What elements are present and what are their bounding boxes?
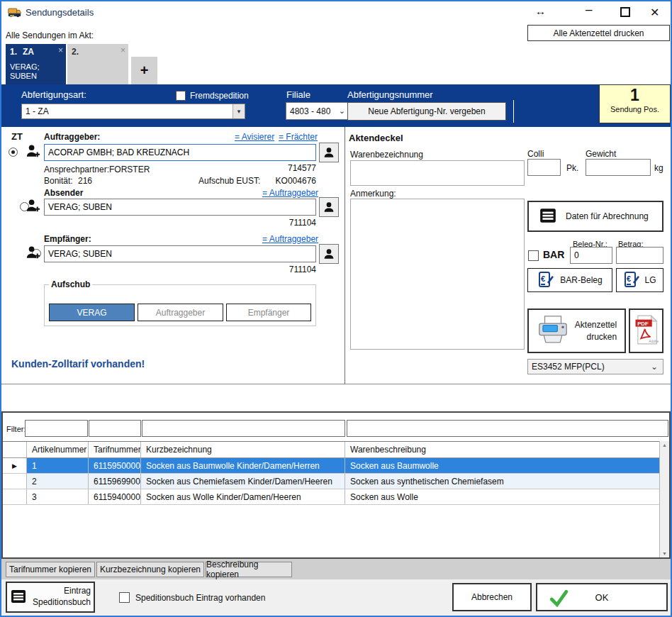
aufschub-eust-value: KO004676 (274, 176, 316, 186)
neue-abfertigung-button[interactable]: Neue Abfertigung-Nr. vergeben (347, 102, 506, 121)
sendung-pos-box: 1 Sendung Pos. (599, 84, 671, 123)
sendung-pos-count: 1 (600, 86, 670, 105)
filter-input-artikelnummer[interactable] (25, 420, 88, 437)
abfertigungsart-select[interactable]: 1 - ZA ▾ (21, 104, 245, 119)
empfaenger-label: Empfänger: (44, 234, 91, 244)
filter-input-warenbeschreibung[interactable] (347, 420, 668, 437)
tab1-line3: SUBEN (10, 72, 37, 80)
abbrechen-label: Abbrechen (471, 592, 513, 602)
abfertigungsart-value: 1 - ZA (22, 106, 233, 116)
euro-receipt-icon-lg: € (623, 271, 640, 290)
eintrag-speditionsbuch-button[interactable]: Eintrag Speditionsbuch (6, 582, 95, 613)
maximize-icon[interactable] (620, 7, 630, 17)
colli-input[interactable] (527, 159, 561, 176)
euro-receipt-icon: € (537, 271, 554, 290)
daten-abrechnung-button[interactable]: Daten für Abrechnung (527, 201, 663, 232)
person-add-icon-auftraggeber[interactable] (25, 143, 41, 162)
grid-header-warenbeschreibung[interactable]: Warenbeschreibung (345, 442, 659, 457)
anmerkung-input[interactable] (350, 199, 525, 350)
grid-scrollbar[interactable]: ▲ ▼ (659, 441, 669, 557)
ansprechpartner-value: FORSTER (109, 165, 150, 174)
speditionsbuch-checkbox[interactable] (119, 592, 130, 603)
fraechter-link[interactable]: = Frächter (279, 132, 318, 142)
absender-contact-button[interactable] (319, 197, 339, 217)
beleg-nr-input[interactable] (570, 247, 612, 264)
kg-label: kg (654, 163, 663, 173)
eintrag-label: Eintrag Speditionsbuch (33, 586, 91, 608)
add-sendung-button[interactable]: + (131, 57, 157, 84)
cell-kurzbezeichnung-1: Socken aus Baumwolle Kinder/Damen/Herren (141, 458, 345, 473)
fremdspedition-label: Fremdspedition (190, 91, 249, 101)
copy-buttons-strip: Tarifnummer kopieren Kurzbezeichnung kop… (1, 559, 671, 579)
lg-button[interactable]: € LG (616, 268, 663, 292)
betrag-input[interactable] (616, 247, 663, 264)
scroll-up-icon[interactable]: ▲ (662, 443, 667, 448)
close-icon[interactable]: ✕ (650, 6, 659, 19)
scroll-down-icon[interactable]: ▼ (662, 551, 667, 556)
aufschub-auftraggeber-button[interactable]: Auftraggeber (138, 304, 223, 321)
table-row-1[interactable]: ▶ 1 61159500000 Socken aus Baumwolle Kin… (3, 458, 659, 474)
empfaenger-contact-button[interactable] (319, 244, 339, 264)
tab-sendung-1[interactable]: 1. ZA × VERAG; SUBEN (6, 44, 66, 84)
auftraggeber-number: 714577 (281, 163, 316, 173)
empfaenger-input[interactable] (44, 245, 316, 262)
grid-header-tarifnummer[interactable]: Tarifnummer (89, 442, 141, 457)
grid-header-kurzbezeichnung[interactable]: Kurzbezeichnung (141, 442, 345, 457)
aufschub-empfaenger-button[interactable]: Empfänger (226, 304, 311, 321)
row3-indicator (3, 489, 27, 504)
list-icon (539, 206, 557, 227)
kurzbezeichnung-kopieren-button[interactable]: Kurzbezeichnung kopieren (96, 562, 204, 577)
resize-horizontal-icon[interactable]: ↔ (535, 5, 546, 17)
bar-beleg-button[interactable]: € BAR-Beleg (527, 268, 612, 292)
window-title: Sendungsdetails (26, 7, 94, 18)
table-row-3[interactable]: 3 61159400000 Socken aus Wolle Kinder/Da… (3, 489, 659, 505)
minimize-icon[interactable]: – (586, 3, 592, 17)
aufschub-verag-button[interactable]: VERAG (49, 304, 135, 321)
absender-number: 711104 (281, 218, 316, 228)
auftraggeber-contact-button[interactable] (319, 143, 339, 162)
aufschub-auftraggeber-label: Auftraggeber (156, 308, 205, 318)
abbrechen-button[interactable]: Abbrechen (452, 583, 532, 611)
filter-input-kurzbezeichnung[interactable] (142, 420, 345, 437)
person-add-icon-empfaenger[interactable] (25, 245, 41, 263)
pdf-button[interactable]: PDF Adobe (629, 308, 663, 353)
cell-kurzbezeichnung-3: Socken aus Wolle Kinder/Damen/Heeren (141, 489, 345, 504)
auftraggeber-label: Auftraggeber: (44, 132, 100, 142)
gewicht-input[interactable] (586, 159, 651, 176)
filter-label: Filter: (6, 425, 26, 433)
ok-label: OK (595, 592, 609, 603)
ok-button[interactable]: OK (536, 583, 668, 611)
fremdspedition-checkbox[interactable] (176, 91, 186, 101)
abfertigungsart-label: Abfertigungsart: (21, 89, 86, 100)
filter-input-tarifnummer[interactable] (89, 420, 141, 437)
auftraggeber-input[interactable] (44, 144, 316, 161)
cell-kurzbezeichnung-2: Socken aus Chemiefasem Kinder/Damen/Heer… (141, 474, 345, 489)
grid-header-artikelnummer[interactable]: Artikelnummer (27, 442, 89, 457)
neue-abfertigung-label: Neue Abfertigung-Nr. vergeben (368, 106, 485, 116)
grid-header-indicator (3, 442, 27, 457)
dropdown-arrow-icon: ▾ (233, 104, 245, 118)
aktendeckel-title: Aktendeckel (349, 133, 403, 143)
sendungen-im-akt-label: Alle Sendungen im Akt: (6, 30, 94, 40)
filiale-select[interactable]: 4803 - 480 ⌄ (286, 102, 349, 120)
person-add-icon-absender[interactable] (25, 198, 41, 216)
warenbezeichnung-input[interactable] (350, 160, 525, 186)
auftraggeber-radio[interactable] (9, 148, 18, 157)
print-all-aktenzettel-button[interactable]: Alle Aktenzettel drucken (527, 25, 670, 41)
bar-checkbox[interactable] (528, 250, 539, 261)
absender-input[interactable] (44, 199, 316, 216)
tab2-close-icon[interactable]: × (121, 45, 125, 55)
absender-auftraggeber-link[interactable]: = Auftraggeber (262, 188, 318, 198)
tab1-close-icon[interactable]: × (58, 45, 63, 55)
aktenzettel-drucken-button[interactable]: Aktenzettel drucken (527, 308, 626, 353)
table-row-2[interactable]: 2 61159699000 Socken aus Chemiefasem Kin… (3, 474, 659, 489)
avisierer-link[interactable]: = Avisierer (235, 132, 274, 142)
cell-tarifnummer-1: 61159500000 (89, 458, 141, 473)
printer-chevron-down-icon: ⌄ (646, 362, 663, 372)
sendungsdetails-window: ▮▮▮ Sendungsdetails ↔ – ✕ Alle Aktenzett… (0, 0, 672, 617)
empfaenger-auftraggeber-link[interactable]: = Auftraggeber (262, 234, 318, 244)
printer-select[interactable]: ES3452 MFP(PCL) ⌄ (527, 359, 663, 374)
tarifnummer-kopieren-button[interactable]: Tarifnummer kopieren (6, 562, 95, 577)
beschreibung-kopieren-button[interactable]: Beschreibung kopieren (206, 562, 292, 577)
tab-sendung-2[interactable]: 2. × (67, 44, 128, 84)
